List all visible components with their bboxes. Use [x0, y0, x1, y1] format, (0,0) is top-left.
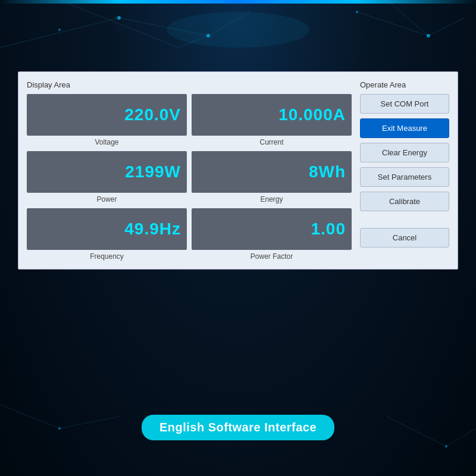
energy-label: Energy: [260, 195, 283, 203]
svg-line-9: [428, 18, 464, 36]
current-display: 10.000A: [192, 94, 352, 136]
frequency-cell: 49.9Hz Frequency: [27, 208, 187, 261]
frequency-value: 49.9Hz: [124, 220, 181, 239]
power-cell: 2199W Power: [27, 151, 187, 203]
exit-measure-button[interactable]: Exit Measure: [360, 118, 449, 138]
display-area-title: Display Area: [27, 80, 352, 89]
power-factor-value: 1.00: [311, 220, 346, 239]
power-factor-display: 1.00: [192, 208, 352, 250]
power-value: 2199W: [125, 162, 181, 181]
svg-line-3: [208, 12, 250, 36]
voltage-value: 220.0V: [124, 105, 181, 124]
current-label: Current: [259, 138, 283, 146]
frequency-label: Frequency: [90, 252, 124, 261]
bottom-label: English Software Interface: [142, 415, 334, 440]
bottom-label-container: English Software Interface: [0, 415, 476, 440]
svg-line-1: [60, 0, 178, 48]
calibrate-button[interactable]: Calibrate: [360, 192, 449, 211]
svg-line-0: [0, 18, 119, 48]
svg-point-7: [58, 29, 61, 31]
energy-value: 8Wh: [309, 162, 346, 181]
power-display: 2199W: [27, 151, 187, 193]
current-cell: 10.000A Current: [192, 94, 352, 146]
set-parameters-button[interactable]: Set Parameters: [360, 167, 449, 187]
set-com-port-button[interactable]: Set COM Port: [360, 94, 449, 114]
power-factor-cell: 1.00 Power Factor: [192, 208, 352, 261]
operate-area-title: Operate Area: [360, 80, 449, 89]
power-label: Power: [96, 195, 117, 203]
frequency-display: 49.9Hz: [27, 208, 187, 250]
svg-line-10: [387, 0, 428, 36]
background: Display Area 220.0V Voltage 10.000A Curr…: [0, 0, 476, 476]
svg-line-2: [119, 18, 208, 36]
svg-point-6: [206, 34, 210, 37]
operate-buttons: Set COM Port Exit Measure Clear Energy S…: [360, 94, 449, 248]
operate-area: Operate Area Set COM Port Exit Measure C…: [360, 80, 449, 261]
energy-cell: 8Wh Energy: [192, 151, 352, 203]
clear-energy-button[interactable]: Clear Energy: [360, 143, 449, 162]
svg-point-11: [427, 34, 430, 37]
display-area: Display Area 220.0V Voltage 10.000A Curr…: [27, 80, 352, 261]
main-panel: Display Area 220.0V Voltage 10.000A Curr…: [18, 71, 458, 270]
cancel-button[interactable]: Cancel: [360, 228, 449, 248]
current-value: 10.000A: [278, 105, 346, 124]
power-factor-label: Power Factor: [250, 252, 293, 261]
top-glow-bar: [0, 0, 476, 4]
metrics-grid: 220.0V Voltage 10.000A Current 2199W: [27, 94, 352, 261]
svg-point-12: [356, 11, 358, 13]
voltage-display: 220.0V: [27, 94, 187, 136]
svg-point-5: [117, 16, 121, 20]
energy-display: 8Wh: [192, 151, 352, 193]
voltage-label: Voltage: [95, 138, 118, 146]
svg-point-18: [445, 445, 447, 447]
voltage-cell: 220.0V Voltage: [27, 94, 187, 146]
button-spacer: [360, 216, 449, 223]
svg-point-19: [167, 12, 309, 48]
svg-line-8: [357, 12, 428, 36]
svg-line-4: [178, 36, 208, 48]
